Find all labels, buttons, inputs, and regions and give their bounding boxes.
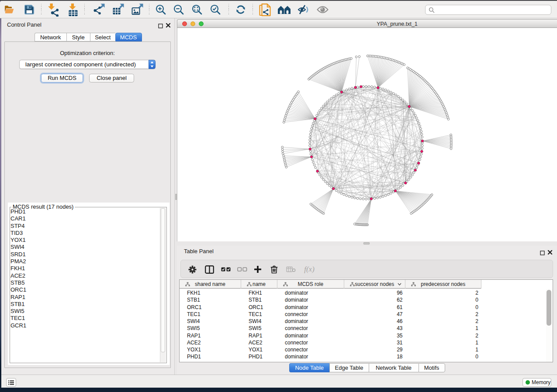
tab-node-table[interactable]: Node Table xyxy=(289,363,329,372)
control-panel-float-icon[interactable] xyxy=(158,22,163,30)
table-row[interactable]: SWI5SWI5connector431 xyxy=(180,325,481,332)
cell-successor_nodes: 43 xyxy=(344,325,403,332)
cell-predecessor_nodes: 0 xyxy=(405,353,478,360)
cell-shared_name: SWI5 xyxy=(187,325,241,332)
mcds-result-list[interactable]: PHD1CAR1STP4TID3YOX1SWI4SRD1PMA2FKH1ACE2… xyxy=(10,208,159,361)
mcds-result-item[interactable]: CAR1 xyxy=(10,215,159,222)
network-canvas[interactable] xyxy=(177,28,557,241)
screen-top-edge xyxy=(0,0,557,1)
zoom-selected-icon[interactable] xyxy=(209,1,221,18)
zoom-out-icon[interactable] xyxy=(173,1,184,18)
cell-name: SWI4 xyxy=(249,318,277,325)
table-row[interactable]: FKH1FKH1dominator962 xyxy=(180,289,481,296)
table-row[interactable]: YOX1YOX1connector291 xyxy=(180,346,481,353)
export-image-icon[interactable] xyxy=(131,1,144,18)
mcds-result-item[interactable]: STB1 xyxy=(10,301,159,308)
column-header-name[interactable]: name xyxy=(241,280,277,289)
mcds-result-panel: MCDS result (17 nodes) PHD1CAR1STP4TID3Y… xyxy=(8,203,170,365)
unselect-all-columns-icon[interactable] xyxy=(237,260,247,279)
network-window-titlebar[interactable]: YPA_prune.txt_1 xyxy=(177,19,557,28)
hide-graphics-icon[interactable] xyxy=(297,1,310,18)
criterion-dropdown[interactable]: largest connected component (undirected) xyxy=(19,60,156,69)
cell-name: SWI5 xyxy=(249,325,277,332)
mcds-result-item[interactable]: PHD1 xyxy=(10,208,159,215)
table-row[interactable]: SWI4SWI4dominator462 xyxy=(180,318,481,325)
table-row[interactable]: ORC1ORC1dominator610 xyxy=(180,304,481,311)
mcds-result-item[interactable]: FKH1 xyxy=(10,265,159,272)
show-graphics-icon[interactable] xyxy=(316,1,329,18)
birds-eye-view-icon[interactable] xyxy=(277,1,291,18)
delete-columns-icon[interactable] xyxy=(270,260,278,279)
toolbar-separator xyxy=(149,4,149,16)
window-minimize-traffic-light[interactable] xyxy=(190,21,196,27)
mcds-result-scrollbar[interactable] xyxy=(160,208,166,362)
table-panel-float-icon[interactable] xyxy=(540,249,545,257)
close-panel-button[interactable]: Close panel xyxy=(89,74,134,83)
column-header-shared-name[interactable]: shared name xyxy=(180,280,241,289)
show-panels-button[interactable] xyxy=(6,378,16,387)
node-table[interactable]: shared namenameMCDS rolesuccessor nodesp… xyxy=(179,279,554,362)
tab-motifs[interactable]: Motifs xyxy=(419,363,445,372)
tab-mcds[interactable]: MCDS xyxy=(115,33,142,41)
memory-button[interactable]: Memory xyxy=(522,378,551,387)
mcds-result-item[interactable]: TEC1 xyxy=(10,315,159,322)
table-row[interactable]: STB1STB1dominator620 xyxy=(180,296,481,303)
mcds-result-item[interactable]: SWI5 xyxy=(10,308,159,315)
cell-name: RAP1 xyxy=(249,332,277,339)
table-panel-close-icon[interactable] xyxy=(547,249,553,257)
run-mcds-button[interactable]: Run MCDS xyxy=(41,74,83,83)
vertical-splitter-handle[interactable] xyxy=(175,194,177,200)
export-network-icon[interactable] xyxy=(92,1,106,18)
search-input[interactable] xyxy=(425,5,551,15)
control-panel-close-icon[interactable] xyxy=(166,22,171,30)
mcds-result-item[interactable]: STP4 xyxy=(10,223,159,230)
add-column-icon[interactable] xyxy=(253,260,262,279)
cell-mcds_role: dominator xyxy=(285,304,344,311)
tab-select[interactable]: Select xyxy=(90,33,115,41)
table-row[interactable]: PHD1PHD1dominator180 xyxy=(180,353,481,360)
zoom-fit-icon[interactable] xyxy=(191,1,203,18)
show-column-panel-icon[interactable] xyxy=(204,260,214,279)
export-table-icon[interactable] xyxy=(111,1,125,18)
cell-predecessor_nodes: 0 xyxy=(405,296,478,303)
annotation-icon[interactable] xyxy=(259,1,271,18)
mcds-result-item[interactable]: ORC1 xyxy=(10,286,159,293)
horizontal-splitter[interactable] xyxy=(177,241,557,246)
column-header-MCDS-role[interactable]: MCDS role xyxy=(277,280,344,289)
tab-edge-table[interactable]: Edge Table xyxy=(329,363,369,372)
mcds-result-item[interactable]: SWI4 xyxy=(10,244,159,251)
cell-successor_nodes: 46 xyxy=(344,318,403,325)
table-row[interactable]: ACE2ACE2connector311 xyxy=(180,339,481,346)
column-header-successor-nodes[interactable]: successor nodes xyxy=(344,280,406,289)
mcds-result-item[interactable]: STB5 xyxy=(10,279,159,286)
tab-network-table[interactable]: Network Table xyxy=(369,363,419,372)
network-window-title: YPA_prune.txt_1 xyxy=(377,21,418,27)
mcds-result-item[interactable]: GCR1 xyxy=(10,322,159,329)
table-options-gear-icon[interactable] xyxy=(188,260,197,279)
save-session-icon[interactable] xyxy=(24,1,35,18)
cell-mcds_role: dominator xyxy=(285,289,344,296)
column-header-predecessor-nodes[interactable]: predecessor nodes xyxy=(405,280,481,289)
select-all-columns-icon[interactable] xyxy=(221,260,231,279)
table-row[interactable]: RAP1RAP1dominator352 xyxy=(180,332,481,339)
refresh-view-icon[interactable] xyxy=(235,1,247,18)
mcds-result-item[interactable]: YOX1 xyxy=(10,237,159,244)
import-network-icon[interactable] xyxy=(47,1,60,18)
table-row[interactable]: TEC1TEC1connector472 xyxy=(180,311,481,318)
horizontal-splitter-handle[interactable] xyxy=(363,242,370,244)
table-scrollbar[interactable] xyxy=(546,289,553,362)
cell-successor_nodes: 18 xyxy=(344,353,403,360)
mcds-result-item[interactable]: ACE2 xyxy=(10,272,159,279)
window-close-traffic-light[interactable] xyxy=(182,21,187,27)
import-table-icon[interactable] xyxy=(66,1,79,18)
tab-network[interactable]: Network xyxy=(35,33,66,41)
mcds-result-item[interactable]: SRD1 xyxy=(10,251,159,258)
zoom-in-icon[interactable] xyxy=(155,1,166,18)
mcds-result-item[interactable]: TID3 xyxy=(10,230,159,237)
mcds-result-item[interactable]: RAP1 xyxy=(10,294,159,301)
open-file-icon[interactable] xyxy=(3,1,15,18)
mcds-result-item[interactable]: PMA2 xyxy=(10,258,159,265)
tab-style[interactable]: Style xyxy=(66,33,90,41)
table-scrollbar-thumb[interactable] xyxy=(547,290,551,326)
window-zoom-traffic-light[interactable] xyxy=(199,21,204,27)
